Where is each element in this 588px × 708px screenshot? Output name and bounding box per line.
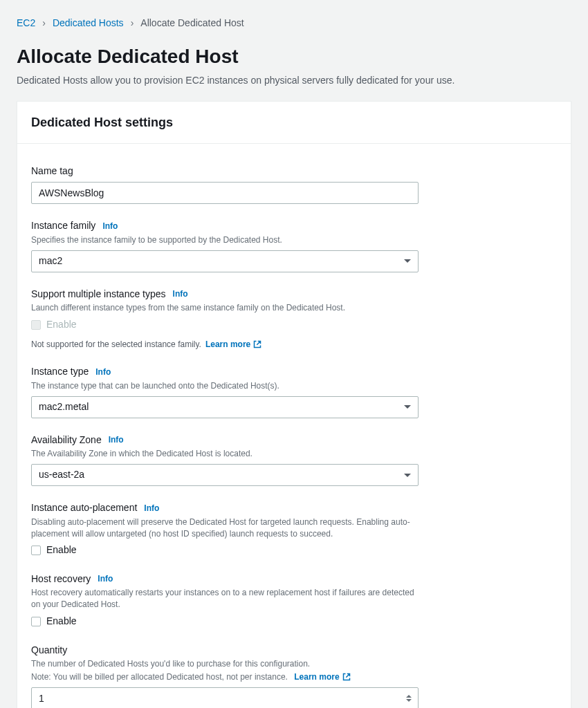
auto-placement-checkbox-label: Enable <box>46 543 77 557</box>
instance-family-value: mac2 <box>39 254 62 268</box>
chevron-down-icon <box>406 699 412 702</box>
quantity-input[interactable] <box>31 687 419 708</box>
auto-placement-help: Disabling auto-placement will preserve t… <box>31 516 419 540</box>
auto-placement-info[interactable]: Info <box>144 503 159 514</box>
breadcrumb-dedicated-hosts[interactable]: Dedicated Hosts <box>53 17 124 30</box>
page-description: Dedicated Hosts allow you to provision E… <box>17 74 571 88</box>
name-tag-label: Name tag <box>31 165 73 178</box>
page-title: Allocate Dedicated Host <box>17 43 571 70</box>
instance-type-value: mac2.metal <box>39 400 89 414</box>
field-availability-zone: Availability Zone Info The Availability … <box>31 434 557 486</box>
instance-type-info[interactable]: Info <box>95 366 111 378</box>
multi-types-checkbox-label: Enable <box>46 318 77 332</box>
panel-header: Dedicated Host settings <box>17 102 571 143</box>
host-recovery-label: Host recovery <box>31 572 91 586</box>
multi-types-info[interactable]: Info <box>173 288 188 300</box>
instance-type-label: Instance type <box>31 365 89 379</box>
breadcrumb-ec2[interactable]: EC2 <box>17 17 35 30</box>
field-instance-family: Instance family Info Specifies the insta… <box>31 219 557 272</box>
multi-types-label: Support multiple instance types <box>31 288 166 301</box>
chevron-right-icon: › <box>131 17 134 30</box>
quantity-learn-more[interactable]: Learn more <box>294 671 350 683</box>
instance-family-label: Instance family <box>31 219 95 233</box>
field-name-tag: Name tag <box>31 165 557 205</box>
quantity-stepper[interactable] <box>406 691 416 705</box>
auto-placement-label: Instance auto-placement <box>31 501 137 515</box>
panel-title: Dedicated Host settings <box>31 114 557 131</box>
az-info[interactable]: Info <box>109 434 124 446</box>
field-multi-types: Support multiple instance types Info Lau… <box>31 288 557 351</box>
auto-placement-checkbox[interactable] <box>31 546 41 555</box>
az-label: Availability Zone <box>31 434 102 447</box>
breadcrumb-current: Allocate Dedicated Host <box>140 17 244 30</box>
instance-family-help: Specifies the instance family to be supp… <box>31 234 557 246</box>
host-recovery-info[interactable]: Info <box>98 573 113 585</box>
field-quantity: Quantity The number of Dedicated Hosts y… <box>31 644 557 708</box>
host-recovery-checkbox-label: Enable <box>46 615 77 628</box>
caret-down-icon <box>404 259 411 263</box>
settings-panel: Dedicated Host settings Name tag Instanc… <box>17 101 571 708</box>
host-recovery-help: Host recovery automatically restarts you… <box>31 587 419 611</box>
az-value: us-east-2a <box>39 468 84 482</box>
quantity-help-1: The number of Dedicated Hosts you'd like… <box>31 658 557 670</box>
breadcrumb: EC2 › Dedicated Hosts › Allocate Dedicat… <box>17 17 571 30</box>
field-auto-placement: Instance auto-placement Info Disabling a… <box>31 501 557 557</box>
caret-down-icon <box>404 474 411 477</box>
host-recovery-checkbox[interactable] <box>31 617 41 626</box>
external-link-icon <box>253 340 261 348</box>
multi-types-not-supported: Not supported for the selected instance … <box>31 339 201 351</box>
az-help: The Availability Zone in which the Dedic… <box>31 448 557 460</box>
field-instance-type: Instance type Info The instance type tha… <box>31 365 557 418</box>
multi-types-help: Launch different instance types from the… <box>31 302 557 314</box>
chevron-right-icon: › <box>42 17 46 30</box>
instance-family-select[interactable]: mac2 <box>31 250 419 272</box>
multi-types-learn-more[interactable]: Learn more <box>205 339 261 351</box>
caret-down-icon <box>404 405 411 409</box>
external-link-icon <box>342 673 351 681</box>
instance-type-select[interactable]: mac2.metal <box>31 396 419 418</box>
name-tag-input[interactable] <box>31 182 419 204</box>
az-select[interactable]: us-east-2a <box>31 464 419 486</box>
quantity-help-2: Note: You will be billed per allocated D… <box>31 672 288 682</box>
instance-type-help: The instance type that can be launched o… <box>31 380 557 392</box>
chevron-up-icon <box>406 695 412 698</box>
quantity-label: Quantity <box>31 644 67 658</box>
multi-types-checkbox <box>31 320 41 330</box>
instance-family-info[interactable]: Info <box>102 221 118 232</box>
field-host-recovery: Host recovery Info Host recovery automat… <box>31 572 557 628</box>
